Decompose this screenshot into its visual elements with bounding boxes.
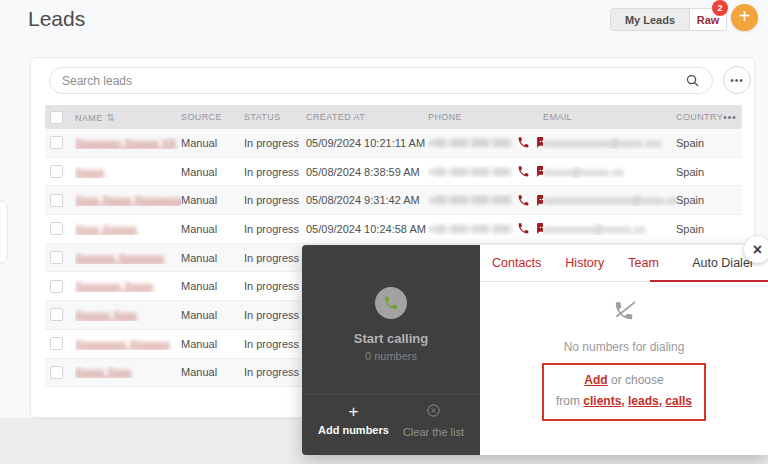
lead-country: Spain bbox=[676, 194, 742, 206]
add-numbers-button[interactable]: + Add numbers bbox=[318, 403, 389, 438]
lead-phone: +00 000 000 000 bbox=[428, 136, 543, 149]
row-checkbox[interactable] bbox=[50, 308, 63, 321]
sms-chat-icon[interactable] bbox=[536, 165, 543, 178]
add-lead-button[interactable]: + bbox=[731, 4, 758, 31]
empty-message: No numbers for dialing bbox=[564, 340, 685, 354]
leads-link[interactable]: leads bbox=[628, 394, 659, 408]
sms-chat-icon[interactable] bbox=[536, 136, 543, 149]
column-settings-icon[interactable]: ••• bbox=[723, 112, 742, 123]
lead-name-link[interactable]: Xxxx Xxxxxx bbox=[75, 223, 137, 235]
lead-source: Manual bbox=[181, 137, 244, 149]
phone-number-redacted: +00 000 000 000 bbox=[428, 223, 511, 235]
lead-source: Manual bbox=[181, 280, 244, 292]
lead-name-link[interactable]: Xxxx Xxxxx Xxxxxxxxxx bbox=[75, 194, 181, 206]
select-all-checkbox[interactable] bbox=[50, 111, 63, 124]
clear-list-button[interactable]: Clear the list bbox=[403, 403, 464, 438]
row-checkbox[interactable] bbox=[50, 165, 63, 178]
lead-source: Manual bbox=[181, 223, 244, 235]
lead-email-redacted: xxxxxxxxxxxxxxxx@xxxx.xxx bbox=[543, 194, 676, 206]
lead-source: Manual bbox=[181, 194, 244, 206]
lead-status: In progress bbox=[244, 223, 306, 235]
phone-number-redacted: +00 000 000 000 bbox=[428, 166, 511, 178]
dialer-left-panel: Start calling 0 numbers + Add numbers Cl… bbox=[302, 245, 480, 455]
lead-source: Manual bbox=[181, 252, 244, 264]
lead-name-link[interactable]: Xxxxx Xxxx bbox=[75, 366, 131, 378]
more-options-button[interactable]: ••• bbox=[723, 66, 751, 94]
tab-contacts[interactable]: Contacts bbox=[492, 256, 541, 270]
lead-status: In progress bbox=[244, 194, 306, 206]
row-checkbox[interactable] bbox=[50, 136, 63, 149]
comma-separator: , bbox=[621, 394, 628, 408]
lead-status: In progress bbox=[244, 366, 306, 378]
lead-name-link[interactable]: Xxxxxxxxx Xxxxxxx bbox=[75, 338, 170, 350]
tab-auto-dialer[interactable]: Auto Dialer bbox=[692, 256, 754, 270]
call-phone-icon[interactable] bbox=[517, 165, 530, 178]
call-phone-icon[interactable] bbox=[517, 136, 530, 149]
lead-name-link[interactable]: Xxxxxxxx Xxxxxx XX bbox=[75, 137, 176, 149]
dialer-tabs: ContactsHistoryTeamAuto Dialer bbox=[480, 245, 768, 282]
search-input[interactable] bbox=[62, 74, 685, 88]
dialer-divider bbox=[302, 394, 480, 395]
clear-circle-x-icon bbox=[426, 403, 441, 422]
search-bar[interactable] bbox=[49, 67, 713, 94]
lead-status: In progress bbox=[244, 338, 306, 350]
close-icon[interactable]: × bbox=[744, 236, 768, 263]
tab-history[interactable]: History bbox=[565, 256, 604, 270]
call-phone-icon[interactable] bbox=[517, 222, 530, 235]
start-calling-button[interactable] bbox=[375, 287, 407, 319]
sms-chat-icon[interactable] bbox=[536, 194, 543, 207]
lead-country: Spain bbox=[676, 166, 742, 178]
add-link[interactable]: Add bbox=[584, 373, 607, 387]
column-header-name[interactable]: NAME⇅ bbox=[75, 112, 181, 123]
dialer-right-panel: ContactsHistoryTeamAuto Dialer No number… bbox=[480, 245, 768, 455]
sms-chat-icon[interactable] bbox=[536, 222, 543, 235]
lead-created-at: 05/09/2024 10:21:11 AM bbox=[306, 137, 428, 149]
lead-status: In progress bbox=[244, 252, 306, 264]
page-title: Leads bbox=[28, 7, 85, 31]
column-header-source[interactable]: SOURCE bbox=[181, 112, 244, 122]
column-header-status[interactable]: STATUS bbox=[244, 112, 306, 122]
my-leads-button[interactable]: My Leads bbox=[611, 9, 690, 30]
lead-name-link[interactable]: Xxxxxx Xxxx bbox=[75, 309, 137, 321]
row-checkbox[interactable] bbox=[50, 366, 63, 379]
lead-created-at: 05/08/2024 8:38:59 AM bbox=[306, 166, 428, 178]
phone-slash-icon bbox=[613, 300, 635, 326]
lead-name-link[interactable]: Xxxxxxx Xxxxxxxx bbox=[75, 252, 164, 264]
row-checkbox[interactable] bbox=[50, 337, 63, 350]
phone-number-redacted: +00 000 000 000 bbox=[428, 194, 511, 206]
row-checkbox[interactable] bbox=[50, 280, 63, 293]
table-header-row: NAME⇅ SOURCE STATUS CREATED AT PHONE EMA… bbox=[45, 105, 742, 129]
clients-link[interactable]: clients bbox=[583, 394, 621, 408]
add-choose-callout: Add or choose from clients, leads, calls bbox=[542, 363, 706, 421]
lead-status: In progress bbox=[244, 309, 306, 321]
phone-number-redacted: +00 000 000 000 bbox=[428, 137, 511, 149]
row-checkbox[interactable] bbox=[50, 222, 63, 235]
table-row[interactable]: Xxxxxxxx Xxxxxx XXManualIn progress05/09… bbox=[45, 129, 742, 158]
row-checkbox[interactable] bbox=[50, 194, 63, 207]
lead-name-link[interactable]: Xxxxxxxx Xxxxx bbox=[75, 280, 153, 292]
lead-created-at: 05/09/2024 10:24:58 AM bbox=[306, 223, 428, 235]
table-row[interactable]: Xxxx Xxxxx XxxxxxxxxxManualIn progress05… bbox=[45, 186, 742, 215]
side-drawer-handle[interactable] bbox=[0, 200, 8, 264]
lead-source: Manual bbox=[181, 166, 244, 178]
lead-country: Spain bbox=[676, 137, 742, 149]
sort-icon[interactable]: ⇅ bbox=[107, 112, 116, 123]
numbers-count-label: 0 numbers bbox=[365, 350, 417, 362]
lead-phone: +00 000 000 000 bbox=[428, 222, 543, 235]
search-icon[interactable] bbox=[685, 73, 700, 88]
column-header-email[interactable]: EMAIL bbox=[543, 112, 676, 122]
row-checkbox[interactable] bbox=[50, 251, 63, 264]
column-header-phone[interactable]: PHONE bbox=[428, 112, 543, 122]
table-row[interactable]: Xxxx XxxxxxManualIn progress05/09/2024 1… bbox=[45, 215, 742, 244]
tab-team[interactable]: Team bbox=[628, 256, 659, 270]
call-phone-icon[interactable] bbox=[517, 194, 530, 207]
lead-email-redacted: xxxxx@xxxxx.xx bbox=[543, 166, 623, 178]
column-header-country[interactable]: COUNTRY••• bbox=[676, 112, 742, 123]
column-header-created[interactable]: CREATED AT bbox=[306, 112, 428, 122]
lead-source: Manual bbox=[181, 309, 244, 321]
lead-name-link[interactable]: Xxxxx bbox=[75, 166, 104, 178]
calls-link[interactable]: calls bbox=[665, 394, 692, 408]
phone-icon bbox=[383, 295, 399, 311]
table-row[interactable]: XxxxxManualIn progress05/08/2024 8:38:59… bbox=[45, 158, 742, 187]
lead-source: Manual bbox=[181, 338, 244, 350]
